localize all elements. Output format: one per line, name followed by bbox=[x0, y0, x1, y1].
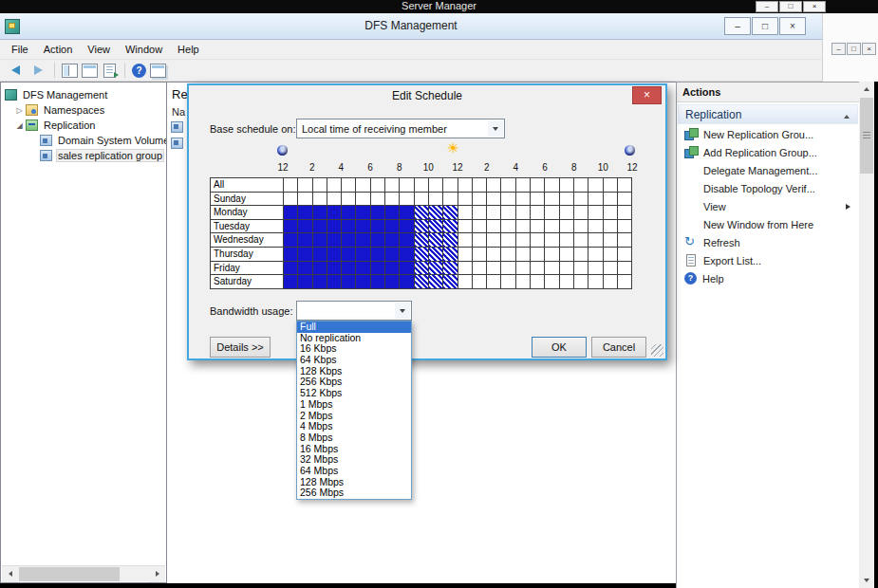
schedule-cell[interactable] bbox=[604, 233, 618, 248]
tree-item-sales-replication-group[interactable]: sales replication group bbox=[1, 148, 166, 163]
schedule-cell[interactable] bbox=[298, 206, 312, 220]
schedule-cell[interactable] bbox=[501, 178, 515, 193]
schedule-cell[interactable] bbox=[415, 206, 429, 220]
scroll-left-button[interactable] bbox=[2, 566, 18, 582]
action-new-replication-grou[interactable]: New Replication Grou... bbox=[677, 125, 859, 143]
schedule-cell[interactable] bbox=[385, 193, 400, 207]
schedule-cell[interactable] bbox=[545, 262, 559, 276]
vertical-scrollbar-thumb[interactable] bbox=[860, 98, 873, 174]
schedule-cell[interactable] bbox=[501, 262, 515, 276]
schedule-cell[interactable] bbox=[588, 193, 603, 207]
schedule-cell[interactable] bbox=[604, 248, 618, 262]
schedule-cell[interactable] bbox=[516, 275, 531, 289]
schedule-cell[interactable] bbox=[574, 220, 588, 234]
console-maximize-button[interactable]: □ bbox=[752, 17, 778, 35]
schedule-cell[interactable] bbox=[574, 178, 588, 193]
schedule-cell[interactable] bbox=[574, 233, 588, 248]
schedule-cell[interactable] bbox=[284, 233, 298, 248]
expander-expanded-icon[interactable]: ◢ bbox=[14, 121, 25, 130]
bandwidth-option-full[interactable]: Full bbox=[297, 322, 411, 333]
schedule-cell[interactable] bbox=[501, 206, 515, 220]
expander-collapsed-icon[interactable]: ▷ bbox=[14, 106, 25, 115]
schedule-cell[interactable] bbox=[458, 275, 473, 289]
schedule-cell[interactable] bbox=[342, 193, 356, 207]
schedule-cell[interactable] bbox=[604, 262, 618, 276]
collapse-icon[interactable] bbox=[843, 111, 850, 119]
window-icon[interactable] bbox=[82, 64, 98, 78]
schedule-cell[interactable] bbox=[443, 193, 458, 207]
schedule-cell[interactable] bbox=[574, 206, 588, 220]
schedule-cell[interactable] bbox=[458, 233, 473, 248]
bandwidth-dropdown[interactable] bbox=[296, 301, 412, 321]
ok-button[interactable]: OK bbox=[532, 337, 587, 358]
schedule-cell[interactable] bbox=[356, 220, 370, 234]
schedule-cell[interactable] bbox=[473, 233, 487, 248]
schedule-cell[interactable] bbox=[531, 193, 545, 207]
schedule-cell[interactable] bbox=[415, 220, 429, 234]
schedule-cell[interactable] bbox=[284, 193, 298, 207]
schedule-cell[interactable] bbox=[531, 248, 545, 262]
schedule-cell[interactable] bbox=[574, 262, 588, 276]
schedule-cell[interactable] bbox=[298, 220, 312, 234]
schedule-cell[interactable] bbox=[473, 178, 487, 193]
schedule-cell[interactable] bbox=[342, 206, 356, 220]
schedule-cell[interactable] bbox=[313, 275, 327, 289]
schedule-cell[interactable] bbox=[356, 262, 370, 276]
horizontal-scrollbar-thumb[interactable] bbox=[19, 567, 120, 581]
console-tree-icon[interactable] bbox=[62, 64, 78, 78]
schedule-cell[interactable] bbox=[371, 275, 385, 289]
schedule-cell[interactable] bbox=[618, 193, 632, 207]
schedule-cell[interactable] bbox=[298, 248, 312, 262]
schedule-cell[interactable] bbox=[560, 206, 574, 220]
schedule-cell[interactable] bbox=[501, 220, 515, 234]
action-export-list[interactable]: Export List... bbox=[677, 251, 859, 269]
schedule-cell[interactable] bbox=[473, 206, 487, 220]
schedule-cell[interactable] bbox=[429, 233, 443, 248]
schedule-cell[interactable] bbox=[298, 262, 312, 276]
schedule-cell[interactable] bbox=[284, 206, 298, 220]
action-help[interactable]: Help bbox=[677, 269, 859, 287]
schedule-cell[interactable] bbox=[560, 248, 574, 262]
schedule-cell[interactable] bbox=[400, 178, 414, 193]
schedule-cell[interactable] bbox=[618, 275, 632, 289]
schedule-cell[interactable] bbox=[473, 220, 487, 234]
action-view[interactable]: View bbox=[677, 197, 859, 215]
console-close-button[interactable]: × bbox=[779, 17, 806, 35]
schedule-cell[interactable] bbox=[473, 248, 487, 262]
schedule-cell[interactable] bbox=[458, 178, 473, 193]
schedule-cell[interactable] bbox=[545, 178, 559, 193]
schedule-cell[interactable] bbox=[443, 206, 458, 220]
menu-action[interactable]: Action bbox=[36, 41, 81, 58]
schedule-cell[interactable] bbox=[313, 262, 327, 276]
schedule-cell[interactable] bbox=[545, 220, 559, 234]
schedule-cell[interactable] bbox=[443, 233, 458, 248]
schedule-cell[interactable] bbox=[531, 275, 545, 289]
schedule-cell[interactable] bbox=[356, 193, 370, 207]
scroll-up-button[interactable] bbox=[859, 82, 874, 97]
schedule-cell[interactable] bbox=[400, 193, 414, 207]
schedule-cell[interactable] bbox=[429, 275, 443, 289]
vertical-scrollbar[interactable] bbox=[859, 82, 874, 588]
console-minimize-button[interactable]: – bbox=[724, 17, 751, 35]
schedule-cell[interactable] bbox=[473, 193, 487, 207]
schedule-cell[interactable] bbox=[516, 206, 531, 220]
mdi-maximize-button[interactable]: □ bbox=[847, 43, 861, 55]
schedule-cell[interactable] bbox=[618, 178, 632, 193]
menu-help[interactable]: Help bbox=[170, 41, 207, 58]
schedule-cell[interactable] bbox=[560, 220, 574, 234]
schedule-cell[interactable] bbox=[371, 220, 385, 234]
schedule-cell[interactable] bbox=[487, 178, 501, 193]
schedule-cell[interactable] bbox=[618, 206, 632, 220]
schedule-cell[interactable] bbox=[342, 178, 356, 193]
schedule-cell[interactable] bbox=[371, 206, 385, 220]
schedule-cell[interactable] bbox=[284, 248, 298, 262]
schedule-cell[interactable] bbox=[415, 262, 429, 276]
schedule-cell[interactable] bbox=[400, 262, 414, 276]
menu-file[interactable]: File bbox=[4, 41, 36, 58]
schedule-cell[interactable] bbox=[531, 233, 545, 248]
schedule-cell[interactable] bbox=[429, 206, 443, 220]
schedule-cell[interactable] bbox=[385, 275, 400, 289]
server-manager-minimize-button[interactable]: – bbox=[756, 1, 778, 12]
schedule-cell[interactable] bbox=[560, 233, 574, 248]
schedule-cell[interactable] bbox=[429, 178, 443, 193]
